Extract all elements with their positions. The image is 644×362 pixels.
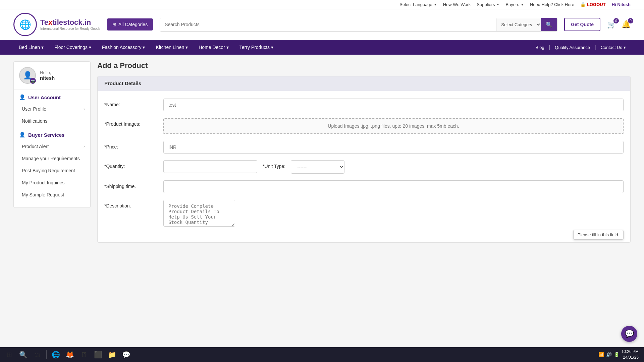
price-label: *Price: xyxy=(104,141,158,149)
profile-info: Hello, nitesh xyxy=(40,70,55,81)
price-input[interactable] xyxy=(163,141,624,154)
search-button[interactable]: 🔍 xyxy=(541,18,557,31)
greeting: Hello, xyxy=(40,70,55,75)
top-bar: Select Language ▼ How We Work Suppliers … xyxy=(0,0,644,9)
hi-user-label: Hi Nitesh xyxy=(612,2,631,7)
product-form-card: Product Details *Name: *Product Images: … xyxy=(97,76,631,243)
shipping-input[interactable] xyxy=(163,180,624,193)
shipping-row: *Shipping time. xyxy=(104,180,624,193)
unit-type-select[interactable]: ------ xyxy=(291,160,344,174)
nav-home-decor[interactable]: Home Decor ▾ xyxy=(193,40,234,55)
cart-badge: 0 xyxy=(613,18,619,23)
nav-blog[interactable]: Blog xyxy=(531,40,549,55)
description-textarea[interactable] xyxy=(163,200,235,227)
unit-type-label: *Unit Type: xyxy=(263,160,285,169)
sidebar-profile: 👤 📷 Hello, nitesh xyxy=(14,62,90,89)
upload-instructions: Upload Images .jpg, .png files, upto 20 … xyxy=(328,123,459,129)
sidebar-item-manage-requirements[interactable]: Manage your Requirements xyxy=(14,153,90,165)
shipping-label: *Shipping time. xyxy=(104,180,158,189)
page-title: Add a Product xyxy=(97,61,631,70)
nav-home-chevron: ▾ xyxy=(226,45,229,50)
sidebar-item-product-alert[interactable]: Product Alert › xyxy=(14,140,90,153)
nav-contact-chevron: ▾ xyxy=(624,45,626,50)
nav-fashion-accessory[interactable]: Fashion Accessory ▾ xyxy=(97,40,151,55)
nav-left: Bed Linen ▾ Floor Coverings ▾ Fashion Ac… xyxy=(13,40,531,55)
quantity-row: *Quantity: *Unit Type: ------ xyxy=(104,160,624,174)
cart-icon[interactable]: 🛒 0 xyxy=(607,20,616,29)
buyers-link[interactable]: Buyers ▼ xyxy=(505,2,524,7)
all-categories-button[interactable]: ⊞ All Categories xyxy=(107,18,153,31)
main-layout: 👤 📷 Hello, nitesh 👤 User Account User Pr… xyxy=(0,55,644,249)
how-we-work-link[interactable]: How We Work xyxy=(443,2,471,7)
notification-icon[interactable]: 🔔 0 xyxy=(622,20,631,29)
logo-circle: 🌐 xyxy=(13,13,37,36)
quantity-label: *Quantity: xyxy=(104,160,158,169)
name-row: *Name: xyxy=(104,99,624,111)
buyer-services-icon: 👤 xyxy=(19,132,25,138)
search-icon: 🔍 xyxy=(546,22,552,27)
name-input[interactable] xyxy=(163,99,624,111)
sidebar-item-user-profile[interactable]: User Profile › xyxy=(14,103,90,115)
nav-bed-linen-chevron: ▾ xyxy=(41,45,44,50)
nav-kitchen-linen[interactable]: Kitchen Linen ▾ xyxy=(150,40,193,55)
avatar-wrap: 👤 📷 xyxy=(19,67,36,84)
image-upload-area[interactable]: Upload Images .jpg, .png files, upto 20 … xyxy=(163,118,624,134)
camera-icon[interactable]: 📷 xyxy=(30,78,36,84)
brand-name: Textilestock.in xyxy=(40,18,100,27)
description-label: *Description. xyxy=(104,200,158,208)
quantity-input[interactable] xyxy=(163,160,257,173)
content-area: Add a Product Product Details *Name: *Pr… xyxy=(97,61,631,243)
images-label: *Product Images: xyxy=(104,118,158,127)
description-row: *Description. Please fill in this field. xyxy=(104,200,624,228)
tagline: International Resource for Ready Goods xyxy=(40,27,100,31)
sidebar-item-product-inquiries[interactable]: My Product Inquiries xyxy=(14,177,90,189)
logout-icon: 🔒 xyxy=(580,2,586,7)
name-label: *Name: xyxy=(104,99,158,107)
nav-floor-coverings[interactable]: Floor Coverings ▾ xyxy=(49,40,97,55)
product-alert-chevron: › xyxy=(84,144,85,149)
logout-button[interactable]: 🔒 LOGOUT xyxy=(580,2,606,7)
nav-fashion-chevron: ▾ xyxy=(143,45,145,50)
language-chevron: ▼ xyxy=(434,3,437,6)
user-profile-chevron: › xyxy=(84,107,85,111)
nav-terry-products[interactable]: Terry Products ▾ xyxy=(234,40,279,55)
nav-floor-chevron: ▾ xyxy=(89,45,91,50)
category-select[interactable]: Select Category xyxy=(496,18,541,31)
nav-contact-us[interactable]: Contact Us ▾ xyxy=(596,40,631,55)
price-row: *Price: xyxy=(104,141,624,154)
header-icons: 🛒 0 🔔 0 xyxy=(607,20,631,29)
sidebar-item-notifications[interactable]: Notifications xyxy=(14,115,90,127)
sidebar-item-post-buying[interactable]: Post Buying Requirement xyxy=(14,165,90,177)
logo-text: Textilestock.in International Resource f… xyxy=(40,18,100,31)
search-area: Select Category 🔍 xyxy=(160,18,557,32)
nav-bar: Bed Linen ▾ Floor Coverings ▾ Fashion Ac… xyxy=(0,40,644,55)
form-body: *Name: *Product Images: Upload Images .j… xyxy=(98,90,630,242)
sidebar: 👤 📷 Hello, nitesh 👤 User Account User Pr… xyxy=(13,61,91,208)
buyer-services-header: 👤 Buyer Services xyxy=(14,127,90,140)
nav-right: Blog | Quality Assurance | Contact Us ▾ xyxy=(531,40,631,55)
logo-area: 🌐 Textilestock.in International Resource… xyxy=(13,13,100,36)
notification-badge: 0 xyxy=(628,18,633,23)
images-row: *Product Images: Upload Images .jpg, .pn… xyxy=(104,118,624,134)
nav-kitchen-chevron: ▾ xyxy=(185,45,188,50)
nav-quality-assurance[interactable]: Quality Assurance xyxy=(550,40,595,55)
nav-bed-linen[interactable]: Bed Linen ▾ xyxy=(13,40,49,55)
username-display: nitesh xyxy=(40,75,55,81)
get-quote-button[interactable]: Get Quote xyxy=(564,18,600,31)
grid-icon: ⊞ xyxy=(112,22,116,27)
buyers-chevron: ▼ xyxy=(521,3,524,6)
form-section-header: Product Details xyxy=(98,76,630,90)
suppliers-chevron: ▼ xyxy=(496,3,500,6)
suppliers-link[interactable]: Suppliers ▼ xyxy=(477,2,499,7)
tooltip: Please fill in this field. xyxy=(573,230,624,240)
language-selector[interactable]: Select Language ▼ xyxy=(399,2,437,7)
nav-terry-chevron: ▾ xyxy=(271,45,273,50)
need-help-link[interactable]: Need Help? Click Here xyxy=(530,2,574,7)
user-account-header: 👤 User Account xyxy=(14,89,90,103)
header: 🌐 Textilestock.in International Resource… xyxy=(0,9,644,40)
user-account-icon: 👤 xyxy=(19,94,25,100)
sidebar-item-sample-request[interactable]: My Sample Request xyxy=(14,189,90,201)
search-input[interactable] xyxy=(160,18,496,31)
language-label: Select Language xyxy=(399,2,432,7)
globe-icon: 🌐 xyxy=(19,19,31,30)
